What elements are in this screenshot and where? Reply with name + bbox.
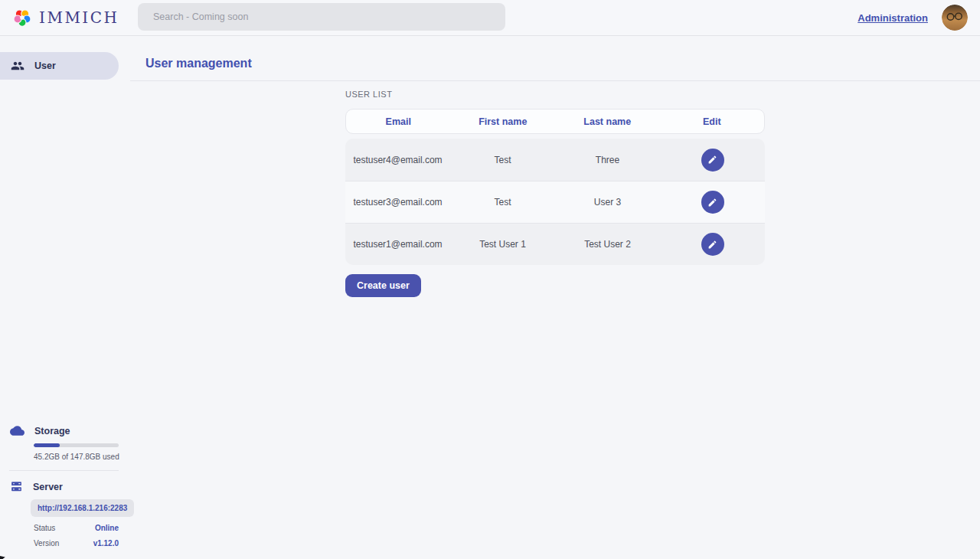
storage-section-header: Storage <box>0 423 130 438</box>
topbar: IMMICH Administration <box>0 0 980 36</box>
create-user-button[interactable]: Create user <box>345 274 421 297</box>
cell-first-name: Test User 1 <box>450 239 555 250</box>
immich-flower-icon <box>12 8 32 28</box>
cell-edit <box>660 233 765 256</box>
status-value: Online <box>95 524 119 532</box>
server-icon <box>10 480 23 493</box>
cell-email: testuser3@email.com <box>345 197 450 208</box>
status-label: Status <box>34 524 55 532</box>
cell-email: testuser4@email.com <box>345 155 450 165</box>
cell-edit <box>660 191 765 214</box>
sidebar-divider <box>9 470 119 471</box>
user-avatar[interactable] <box>942 5 968 31</box>
edit-user-button[interactable] <box>701 191 724 214</box>
table-header-row: Email First name Last name Edit <box>345 109 765 134</box>
server-status-row: Status Online <box>34 524 119 532</box>
pencil-icon <box>707 198 717 208</box>
cloud-icon <box>10 423 24 438</box>
page-title: User management <box>145 57 252 70</box>
sidebar-item-users[interactable]: User <box>0 52 119 80</box>
cell-first-name: Test <box>450 197 555 208</box>
table-row: testuser3@email.com Test User 3 <box>345 181 765 223</box>
column-header-email: Email <box>346 116 451 127</box>
section-title: USER LIST <box>345 90 765 99</box>
main-content: User management USER LIST Email First na… <box>130 36 980 559</box>
column-header-first-name: First name <box>451 116 556 127</box>
user-table: testuser4@email.com Test Three testuser3… <box>345 139 765 265</box>
search-input[interactable] <box>138 3 505 31</box>
edit-user-button[interactable] <box>701 233 724 256</box>
sidebar-item-label: User <box>34 60 56 71</box>
server-url-badge: http://192.168.1.216:2283 <box>31 499 134 517</box>
administration-link[interactable]: Administration <box>858 12 928 24</box>
edit-user-button[interactable] <box>701 149 724 172</box>
avatar-photo <box>942 5 968 31</box>
user-group-icon <box>11 59 24 73</box>
storage-progress-bar <box>34 443 119 447</box>
version-value: v1.12.0 <box>93 539 119 548</box>
cell-last-name: User 3 <box>555 197 660 208</box>
sidebar: User Storage 45.2GB of 147.8GB used <box>0 36 130 559</box>
sidebar-status-panel: Storage 45.2GB of 147.8GB used Server ht… <box>0 423 130 559</box>
pencil-icon <box>707 240 717 250</box>
server-version-row: Version v1.12.0 <box>34 539 119 548</box>
server-title: Server <box>33 482 63 492</box>
column-header-last-name: Last name <box>555 116 660 127</box>
storage-title: Storage <box>34 426 70 436</box>
cell-last-name: Three <box>555 155 660 165</box>
table-row: testuser1@email.com Test User 1 Test Use… <box>345 223 765 265</box>
cell-first-name: Test <box>450 155 555 165</box>
column-header-edit: Edit <box>660 116 765 127</box>
page-header: User management <box>130 36 980 81</box>
storage-usage-text: 45.2GB of 147.8GB used <box>34 453 130 461</box>
app-name: IMMICH <box>39 8 119 27</box>
pencil-icon <box>707 155 717 165</box>
version-label: Version <box>34 539 59 548</box>
immich-logo[interactable]: IMMICH <box>12 8 119 28</box>
table-row: testuser4@email.com Test Three <box>345 139 765 181</box>
storage-progress-fill <box>34 443 60 447</box>
user-list-section: USER LIST Email First name Last name Edi… <box>345 90 765 297</box>
cell-email: testuser1@email.com <box>345 239 450 250</box>
cell-edit <box>660 149 765 172</box>
topbar-right: Administration <box>858 5 968 31</box>
server-section-header: Server <box>0 480 130 493</box>
cell-last-name: Test User 2 <box>555 239 660 250</box>
